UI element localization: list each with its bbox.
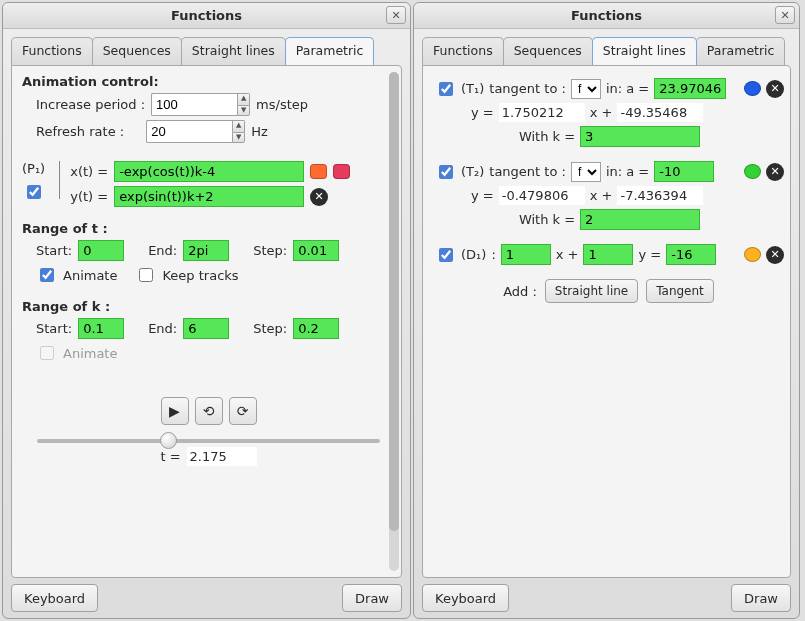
t2-delete-icon[interactable]: ✕ xyxy=(766,163,784,181)
keyboard-button[interactable]: Keyboard xyxy=(11,584,98,612)
parametric-panel: Animation control: Increase period : ▲▼ … xyxy=(11,65,402,578)
titlebar-right[interactable]: Functions ✕ xyxy=(414,3,799,29)
keyboard-button[interactable]: Keyboard xyxy=(422,584,509,612)
t-end-input[interactable] xyxy=(183,240,229,261)
x-plus-label: x + xyxy=(556,247,579,262)
spin-up-icon[interactable]: ▲ xyxy=(237,93,250,105)
d1-x-input[interactable] xyxy=(501,244,551,265)
range-t-row: Start: End: Step: xyxy=(36,240,395,261)
tab-parametric[interactable]: Parametric xyxy=(696,37,786,65)
t2-k-input[interactable] xyxy=(580,209,700,230)
t1-a-input[interactable] xyxy=(654,78,726,99)
t1-color-swatch[interactable] xyxy=(744,81,761,96)
t-start-input[interactable] xyxy=(78,240,124,261)
window-parametric: Functions ✕ Functions Sequences Straight… xyxy=(2,2,411,619)
d1-color-swatch[interactable] xyxy=(744,247,761,262)
tab-sequences[interactable]: Sequences xyxy=(92,37,182,65)
spin-down-icon[interactable]: ▼ xyxy=(237,105,250,117)
k-start-label: Start: xyxy=(36,321,72,336)
t2-func-select[interactable]: f xyxy=(571,162,601,182)
k-start-input[interactable] xyxy=(78,318,124,339)
tabs-left: Functions Sequences Straight lines Param… xyxy=(11,37,402,65)
close-icon[interactable]: ✕ xyxy=(775,6,795,24)
inc-period-spinner[interactable]: ▲▼ xyxy=(151,93,250,116)
t-step-input[interactable] xyxy=(293,240,339,261)
y-eq-label: y = xyxy=(471,105,494,120)
window-body-left: Functions Sequences Straight lines Param… xyxy=(3,29,410,618)
range-t-heading: Range of t : xyxy=(22,221,395,236)
row-refresh: Refresh rate : ▲▼ Hz xyxy=(36,120,395,143)
tab-straight[interactable]: Straight lines xyxy=(181,37,286,65)
tab-sequences[interactable]: Sequences xyxy=(503,37,593,65)
xt-input[interactable] xyxy=(114,161,304,182)
tab-straight[interactable]: Straight lines xyxy=(592,37,697,65)
add-straight-button[interactable]: Straight line xyxy=(545,279,638,303)
range-k-heading: Range of k : xyxy=(22,299,395,314)
in-a-label: in: a = xyxy=(606,164,649,179)
refresh-spinner[interactable]: ▲▼ xyxy=(146,120,245,143)
titlebar-left[interactable]: Functions ✕ xyxy=(3,3,410,29)
k-step-input[interactable] xyxy=(293,318,339,339)
t1-func-select[interactable]: f xyxy=(571,79,601,99)
tabs-right: Functions Sequences Straight lines Param… xyxy=(422,37,791,65)
t-step-label: Step: xyxy=(253,243,287,258)
window-straight-lines: Functions ✕ Functions Sequences Straight… xyxy=(413,2,800,619)
tangent-t1: (T₁) tangent to : f in: a = ✕ y = 1.7502… xyxy=(435,78,784,147)
x-plus-label: x + xyxy=(590,188,613,203)
spin-down-icon[interactable]: ▼ xyxy=(232,132,245,144)
draw-button[interactable]: Draw xyxy=(342,584,402,612)
t2-a-input[interactable] xyxy=(654,161,714,182)
straight-panel: (T₁) tangent to : f in: a = ✕ y = 1.7502… xyxy=(422,65,791,578)
t1-delete-icon[interactable]: ✕ xyxy=(766,80,784,98)
keep-tracks-checkbox[interactable] xyxy=(139,268,153,282)
p1-visible-checkbox[interactable] xyxy=(27,185,41,199)
k-options-row: Animate xyxy=(36,343,395,363)
loop-button[interactable]: ⟳ xyxy=(229,397,257,425)
t-options-row: Animate Keep tracks xyxy=(36,265,395,285)
t2-visible-checkbox[interactable] xyxy=(439,165,453,179)
with-k-label: With k = xyxy=(519,212,575,227)
spin-up-icon[interactable]: ▲ xyxy=(232,120,245,132)
t-slider[interactable] xyxy=(37,439,380,443)
t1-intercept: -49.35468 xyxy=(617,103,703,122)
window-title: Functions xyxy=(171,8,242,23)
tangent-t2: (T₂) tangent to : f in: a = ✕ y = -0.479… xyxy=(435,161,784,230)
tangent-to-label: tangent to : xyxy=(489,81,566,96)
d1-delete-icon[interactable]: ✕ xyxy=(766,246,784,264)
tab-functions[interactable]: Functions xyxy=(422,37,504,65)
add-label: Add : xyxy=(503,284,537,299)
draw-button[interactable]: Draw xyxy=(731,584,791,612)
bottom-bar-left: Keyboard Draw xyxy=(11,584,402,612)
d1-r-input[interactable] xyxy=(666,244,716,265)
inc-period-label: Increase period : xyxy=(36,97,145,112)
t-readout-label: t = xyxy=(160,449,180,464)
delete-row-icon[interactable]: ✕ xyxy=(310,188,328,206)
scrollbar[interactable] xyxy=(389,72,399,571)
t1-visible-checkbox[interactable] xyxy=(439,82,453,96)
play-button[interactable]: ▶ xyxy=(161,397,189,425)
d1-visible-checkbox[interactable] xyxy=(439,248,453,262)
close-icon[interactable]: ✕ xyxy=(386,6,406,24)
yt-input[interactable] xyxy=(114,186,304,207)
d1-c-input[interactable] xyxy=(583,244,633,265)
t2-color-swatch[interactable] xyxy=(744,164,761,179)
tab-functions[interactable]: Functions xyxy=(11,37,93,65)
refresh-input[interactable] xyxy=(146,120,232,143)
p1-block: (P₁) x(t) = y(t) = ✕ xyxy=(22,161,395,207)
inc-period-input[interactable] xyxy=(151,93,237,116)
p1-label: (P₁) xyxy=(22,161,45,176)
t-animate-checkbox[interactable] xyxy=(40,268,54,282)
tab-parametric[interactable]: Parametric xyxy=(285,37,375,65)
t-readout-row: t = 2.175 xyxy=(22,447,395,466)
k-end-input[interactable] xyxy=(183,318,229,339)
t1-k-input[interactable] xyxy=(580,126,700,147)
with-k-label: With k = xyxy=(519,129,575,144)
add-tangent-button[interactable]: Tangent xyxy=(646,279,714,303)
window-body-right: Functions Sequences Straight lines Param… xyxy=(414,29,799,618)
color-swatch-red[interactable] xyxy=(333,164,350,179)
color-swatch-orange[interactable] xyxy=(310,164,327,179)
reset-button[interactable]: ⟲ xyxy=(195,397,223,425)
t2-slope: -0.479806 xyxy=(499,186,585,205)
line-d1: (D₁): x + y = ✕ xyxy=(435,244,784,265)
d1-label: (D₁) xyxy=(461,247,486,262)
